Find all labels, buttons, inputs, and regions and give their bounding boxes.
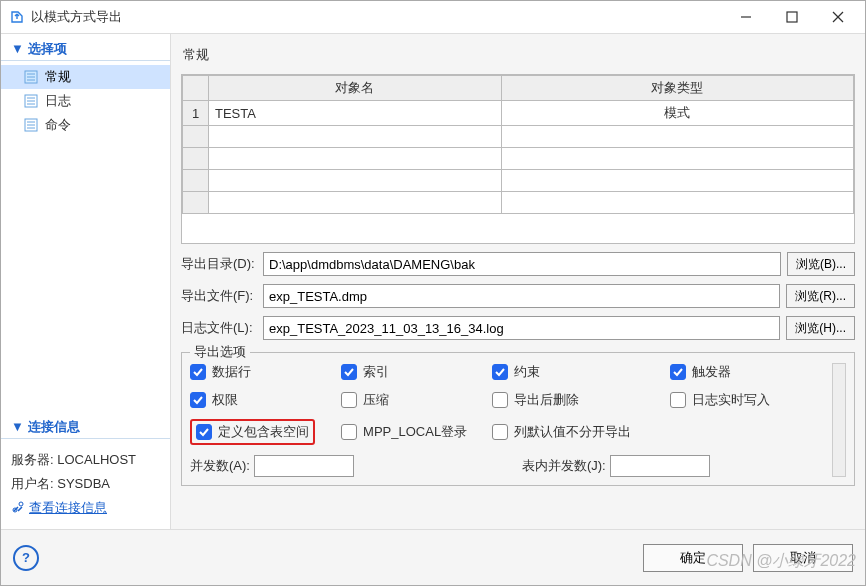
sidebar-item-label: 常规: [45, 68, 71, 86]
maximize-button[interactable]: [769, 3, 815, 31]
log-file-label: 日志文件(L):: [181, 319, 257, 337]
help-button[interactable]: ?: [13, 545, 39, 571]
browse-log-button[interactable]: 浏览(H)...: [786, 316, 855, 340]
svg-point-17: [19, 502, 23, 506]
sidebar-item-label: 命令: [45, 116, 71, 134]
user-info: 用户名: SYSDBA: [11, 475, 160, 493]
close-button[interactable]: [815, 3, 861, 31]
col-object-type[interactable]: 对象类型: [501, 76, 854, 101]
chk-tablespace[interactable]: 定义包含表空间: [196, 423, 309, 441]
chk-col-default[interactable]: 列默认值不分开导出: [492, 423, 663, 441]
page-icon: [23, 117, 39, 133]
objects-table: 对象名 对象类型 1 TESTA 模式: [181, 74, 855, 244]
browse-file-button[interactable]: 浏览(R)...: [786, 284, 855, 308]
export-options-title: 导出选项: [190, 343, 250, 361]
col-object-name[interactable]: 对象名: [209, 76, 502, 101]
concurrency-a-label: 并发数(A):: [190, 457, 250, 475]
table-row[interactable]: 1 TESTA 模式: [183, 101, 854, 126]
link-icon: [11, 500, 25, 517]
export-file-label: 导出文件(F):: [181, 287, 257, 305]
chk-compress[interactable]: 压缩: [341, 391, 486, 409]
chk-constraint[interactable]: 约束: [492, 363, 663, 381]
concurrency-a-input[interactable]: [254, 455, 354, 477]
cancel-button[interactable]: 取消: [753, 544, 853, 572]
export-dir-label: 导出目录(D):: [181, 255, 257, 273]
sidebar-conn-header[interactable]: ▼连接信息: [1, 412, 170, 439]
rownum-header: [183, 76, 209, 101]
options-scrollbar[interactable]: [832, 363, 846, 477]
view-connection-link[interactable]: 查看连接信息: [11, 499, 160, 517]
export-file-input[interactable]: [263, 284, 780, 308]
window-title: 以模式方式导出: [31, 8, 122, 26]
chk-privilege[interactable]: 权限: [190, 391, 335, 409]
export-icon: [9, 9, 25, 25]
chk-log-realtime[interactable]: 日志实时写入: [670, 391, 828, 409]
sidebar-options-header[interactable]: ▼选择项: [1, 34, 170, 61]
concurrency-j-label: 表内并发数(J):: [522, 457, 606, 475]
ok-button[interactable]: 确定: [643, 544, 743, 572]
export-dir-input[interactable]: [263, 252, 781, 276]
concurrency-j-input[interactable]: [610, 455, 710, 477]
chk-trigger[interactable]: 触发器: [670, 363, 828, 381]
page-title: 常规: [181, 42, 855, 74]
server-info: 服务器: LOCALHOST: [11, 451, 160, 469]
sidebar-item-label: 日志: [45, 92, 71, 110]
browse-dir-button[interactable]: 浏览(B)...: [787, 252, 855, 276]
page-icon: [23, 69, 39, 85]
svg-rect-1: [787, 12, 797, 22]
minimize-button[interactable]: [723, 3, 769, 31]
log-file-input[interactable]: [263, 316, 780, 340]
chk-data-rows[interactable]: 数据行: [190, 363, 335, 381]
sidebar-item-command[interactable]: 命令: [1, 113, 170, 137]
chk-mpp-local[interactable]: MPP_LOCAL登录: [341, 423, 486, 441]
sidebar-item-log[interactable]: 日志: [1, 89, 170, 113]
sidebar-item-general[interactable]: 常规: [1, 65, 170, 89]
chk-index[interactable]: 索引: [341, 363, 486, 381]
chk-delete-after[interactable]: 导出后删除: [492, 391, 663, 409]
collapse-icon: ▼: [11, 41, 24, 56]
page-icon: [23, 93, 39, 109]
collapse-icon: ▼: [11, 419, 24, 434]
